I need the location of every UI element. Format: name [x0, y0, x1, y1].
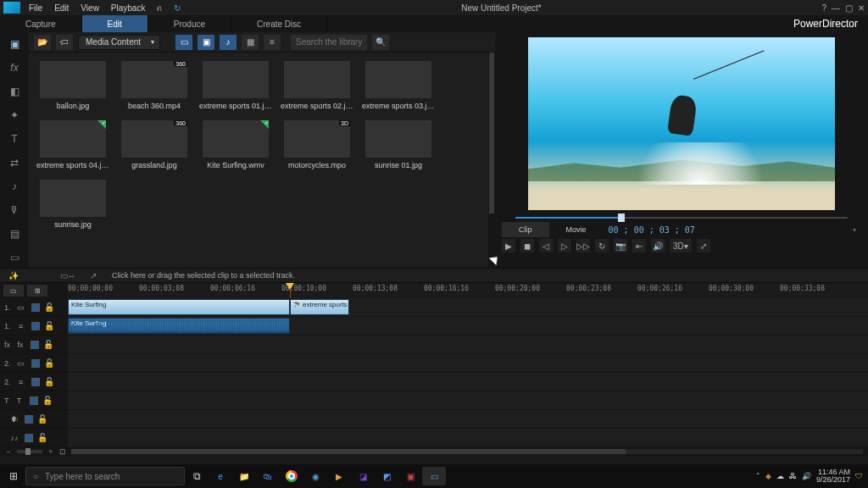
tray-icon-1[interactable]: ◆ [765, 472, 771, 480]
tab-produce[interactable]: Produce [148, 15, 231, 32]
explorer-icon[interactable]: 📁 [232, 467, 256, 485]
app-icon-1[interactable]: ◉ [303, 467, 327, 485]
maximize-icon[interactable]: ▢ [845, 3, 853, 13]
taskbar-search[interactable]: ○ Type here to search [25, 467, 185, 485]
tray-volume-icon[interactable]: 🔊 [802, 472, 811, 480]
title-room-icon[interactable]: T [6, 132, 23, 146]
view-grid-icon[interactable]: ▦ [242, 35, 259, 50]
tab-capture[interactable]: Capture [0, 15, 82, 32]
filter-audio-icon[interactable]: ♪ [220, 35, 236, 50]
library-scrollbar[interactable] [488, 53, 495, 268]
help-icon[interactable]: ? [821, 3, 826, 13]
fast-forward-icon[interactable]: ▷▷ [576, 239, 590, 252]
media-item[interactable]: 360beach 360.mp4 [117, 61, 192, 110]
import-icon[interactable]: 📂 [34, 35, 51, 50]
track-header[interactable]: TT🔓 [0, 391, 68, 410]
track-header[interactable]: 🗣🔓 [0, 410, 68, 429]
fx-room-icon[interactable]: fx [6, 61, 23, 75]
quality-dropdown-icon[interactable]: ▾ [853, 226, 861, 234]
media-item[interactable]: extreme sports 02.jpg [280, 61, 354, 110]
prev-frame-icon[interactable]: ◁ [539, 239, 553, 252]
app-icon-5[interactable]: ▣ [398, 467, 422, 485]
playhead[interactable] [290, 283, 291, 298]
media-item[interactable]: extreme sports 03.jpg [361, 61, 436, 110]
audio-room-icon[interactable]: ♪ [6, 180, 23, 193]
next-frame-icon[interactable]: ▷ [558, 239, 571, 252]
tray-network-icon[interactable]: 🖧 [789, 472, 797, 480]
timeline-scrollbar[interactable]: − + ⊡ [0, 447, 868, 456]
stop-icon[interactable]: ◼ [520, 239, 534, 252]
transition-room-icon[interactable]: ⇄ [6, 156, 23, 169]
undock-icon[interactable]: ⤢ [697, 239, 710, 252]
media-item[interactable]: sunrise 01.jpg [361, 120, 436, 169]
store-icon[interactable]: 🛍 [256, 467, 280, 485]
media-room-icon[interactable]: ▣ [6, 37, 23, 51]
filter-image-icon[interactable]: ▣ [198, 35, 214, 50]
media-item[interactable]: 3Dmotorcycles.mpo [280, 120, 354, 169]
storyboard-view-icon[interactable]: ⊞ [27, 285, 47, 297]
menu-edit[interactable]: Edit [54, 3, 69, 13]
3d-button[interactable]: 3D ▾ [670, 239, 692, 252]
volume-icon[interactable]: 🔊 [651, 239, 665, 252]
magic-tool-icon[interactable]: ✨ [7, 269, 20, 281]
search-icon[interactable]: 🔍 [372, 35, 389, 50]
tray-shield-icon[interactable]: 🛡 [855, 472, 863, 480]
timeline-view-icon[interactable]: ▭ [3, 285, 24, 297]
library-search-input[interactable] [291, 35, 367, 50]
app-icon-4[interactable]: ◩ [375, 467, 398, 485]
subtitle-room-icon[interactable]: ▭ [6, 251, 23, 264]
voice-room-icon[interactable]: 🎙 [6, 203, 23, 217]
task-view-icon[interactable]: ⧉ [185, 466, 209, 486]
snapshot-icon[interactable]: 📷 [614, 239, 627, 252]
track-header[interactable]: 1.▭🔓 [0, 298, 68, 317]
track-header[interactable]: 1.≡🔓 [0, 317, 68, 336]
edge-icon[interactable]: e [209, 467, 232, 485]
zoom-fit-icon[interactable]: ⊡ [59, 448, 66, 455]
chrome-icon[interactable] [280, 467, 303, 485]
track-header[interactable]: ♪♪🔓 [0, 429, 68, 447]
undo-icon[interactable]: ⎌ [157, 3, 162, 13]
particle-room-icon[interactable]: ✦ [6, 108, 23, 122]
preview-seek-slider[interactable] [515, 215, 848, 220]
clip-video-1[interactable]: Kite Surfing [68, 299, 290, 315]
tray-expand-icon[interactable]: ˄ [756, 472, 760, 480]
play-icon[interactable]: ▶ [502, 239, 515, 252]
track-header[interactable]: 2.≡🔓 [0, 373, 68, 391]
split-icon[interactable]: ▭↔ [61, 269, 75, 281]
clip-audio-1[interactable]: Kite Surfing [68, 318, 290, 334]
media-item[interactable]: ballon.jpg [36, 61, 110, 110]
menu-playback[interactable]: Playback [111, 3, 146, 13]
powerdirector-taskbar-icon[interactable]: ▭ [422, 467, 446, 485]
tag-icon[interactable]: 🏷 [56, 35, 73, 50]
tab-create-disc[interactable]: Create Disc [231, 15, 327, 32]
clip-video-2[interactable]: 🪂 extreme sports 04 [290, 299, 349, 315]
chapter-room-icon[interactable]: ▤ [6, 227, 23, 241]
track-header[interactable]: fxfx🔓 [0, 336, 68, 354]
media-item[interactable]: Kite Surfing.wmv [198, 120, 273, 169]
set-in-icon[interactable]: ⇤ [632, 239, 646, 252]
sort-icon[interactable]: ≡ [264, 35, 281, 50]
taskbar-clock[interactable]: 11:46 AM9/26/2017 [816, 469, 850, 484]
arrow-icon[interactable]: ↗ [86, 269, 100, 281]
redo-icon[interactable]: ↻ [174, 3, 181, 13]
start-button[interactable]: ⊞ [2, 466, 25, 486]
tray-icon-2[interactable]: ☁ [776, 472, 784, 480]
zoom-in-icon[interactable]: + [47, 448, 54, 455]
media-item[interactable]: extreme sports 01.jpg [198, 61, 273, 110]
loop-icon[interactable]: ↻ [595, 239, 609, 252]
track-header[interactable]: 2.▭🔓 [0, 354, 68, 373]
close-icon[interactable]: ✕ [858, 3, 865, 13]
app-icon-3[interactable]: ◪ [351, 467, 375, 485]
minimize-icon[interactable]: — [832, 3, 840, 13]
pip-room-icon[interactable]: ◧ [6, 85, 23, 98]
mode-movie[interactable]: Movie [549, 222, 604, 237]
timeline-ruler[interactable]: 00;00;00;0000;00;03;0800;00;06;1600;00;1… [68, 283, 868, 298]
menu-view[interactable]: View [81, 3, 99, 13]
menu-file[interactable]: File [29, 3, 42, 13]
media-item[interactable]: 360grassland.jpg [117, 120, 192, 169]
zoom-out-icon[interactable]: − [5, 448, 12, 455]
tab-edit[interactable]: Edit [82, 15, 148, 32]
media-item[interactable]: sunrise.jpg [36, 180, 110, 229]
app-icon-2[interactable]: ▶ [327, 467, 351, 485]
media-item[interactable]: extreme sports 04.jpg [36, 120, 110, 169]
